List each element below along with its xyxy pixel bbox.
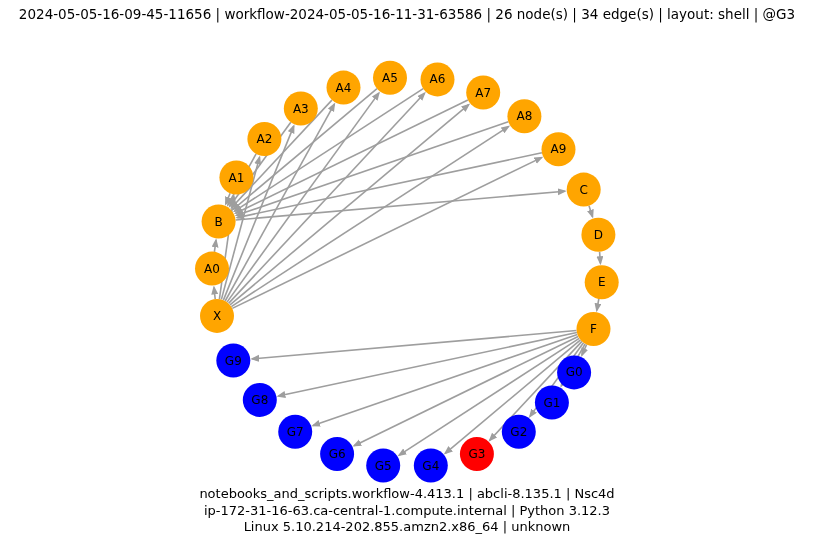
edge-A0-B	[214, 240, 216, 252]
node-A3: A3	[284, 92, 318, 126]
edge-X-A9	[232, 158, 541, 309]
node-A4: A4	[327, 71, 361, 105]
node-label: E	[598, 275, 606, 289]
edge-D-E	[600, 252, 601, 263]
node-A9: A9	[542, 132, 576, 166]
node-label: G2	[510, 425, 527, 439]
node-label: G1	[543, 396, 560, 410]
node-label: G5	[375, 459, 392, 473]
node-B: B	[202, 205, 236, 239]
node-label: G6	[329, 447, 346, 461]
footer-line-1: notebooks_and_scripts.workflow-4.413.1 |…	[0, 486, 814, 502]
node-label: A9	[551, 142, 567, 156]
node-F: F	[577, 312, 611, 346]
node-A8: A8	[507, 99, 541, 133]
node-G5: G5	[366, 449, 400, 483]
diagram-footer: notebooks_and_scripts.workflow-4.413.1 |…	[0, 486, 814, 535]
node-G7: G7	[278, 415, 312, 449]
node-G4: G4	[414, 449, 448, 483]
node-A2: A2	[247, 122, 281, 156]
node-label: G9	[225, 354, 242, 368]
node-label: A8	[516, 109, 532, 123]
node-label: A4	[336, 81, 352, 95]
node-label: A2	[256, 132, 272, 146]
node-G8: G8	[243, 383, 277, 417]
node-A6: A6	[421, 62, 455, 96]
node-label: A7	[475, 86, 491, 100]
edge-A7-B	[236, 100, 468, 213]
node-label: B	[214, 215, 222, 229]
node-label: A0	[204, 262, 220, 276]
node-label: G0	[566, 365, 583, 379]
node-A7: A7	[466, 76, 500, 110]
node-label: G7	[287, 425, 304, 439]
node-label: A6	[430, 72, 446, 86]
edge-F-G9	[252, 331, 576, 359]
node-G2: G2	[502, 415, 536, 449]
node-A1: A1	[219, 161, 253, 195]
node-D: D	[581, 218, 615, 252]
node-A5: A5	[373, 61, 407, 95]
node-label: G3	[468, 447, 485, 461]
node-G1: G1	[535, 386, 569, 420]
node-label: A1	[228, 171, 244, 185]
node-A0: A0	[195, 252, 229, 286]
node-label: C	[580, 183, 588, 197]
workflow-graph: G4G5G6G7G8G9XA0BA1A2A3A4A5A6A7A8A9CDEFG0…	[0, 0, 814, 539]
node-G6: G6	[320, 437, 354, 471]
edge-B-C	[236, 191, 565, 220]
node-label: G4	[422, 459, 439, 473]
edge-X-A0	[214, 288, 215, 300]
edge-E-F	[597, 299, 599, 310]
node-G9: G9	[216, 344, 250, 378]
node-E: E	[585, 265, 619, 299]
node-X: X	[200, 299, 234, 333]
node-label: G8	[251, 393, 268, 407]
node-label: X	[213, 309, 221, 323]
edge-C-D	[589, 206, 593, 217]
node-label: A5	[382, 71, 398, 85]
footer-line-3: Linux 5.10.214-202.855.amzn2.x86_64 | un…	[0, 519, 814, 535]
node-G3: G3	[460, 437, 494, 471]
node-C: C	[567, 173, 601, 207]
node-label: D	[594, 228, 603, 242]
node-G0: G0	[557, 355, 591, 389]
node-label: F	[590, 322, 597, 336]
node-label: A3	[293, 102, 309, 116]
footer-line-2: ip-172-31-16-63.ca-central-1.compute.int…	[0, 503, 814, 519]
